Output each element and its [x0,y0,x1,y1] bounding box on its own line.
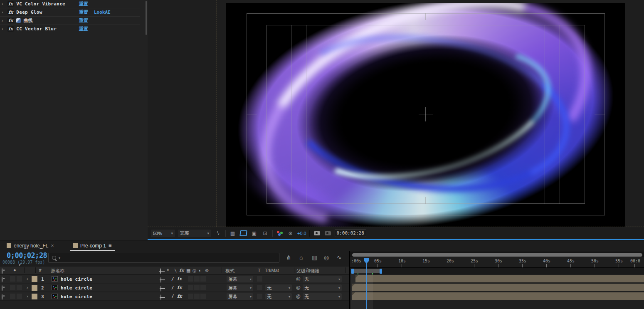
video-eye-icon[interactable] [2,277,2,282]
audio-toggle[interactable] [10,276,15,282]
fast-previews-button[interactable]: ϟ [214,230,222,237]
3d-layer-icon[interactable]: ⊗ [205,268,209,273]
layer-number-column[interactable]: # [39,268,42,273]
preserve-transparency-checkbox[interactable] [257,285,262,290]
chevron-right-icon[interactable]: › [2,18,5,23]
layer-duration-bar-2[interactable] [352,284,644,291]
panel-menu-icon[interactable]: ≡ [109,242,112,249]
fx-toggle[interactable]: fx [177,276,182,282]
layer-name[interactable]: hole circle [61,294,92,299]
reset-link[interactable]: 重置 [79,26,88,32]
layer-name[interactable]: hole circle [61,277,92,282]
mode-column[interactable]: 模式 [225,268,234,274]
layer-color-label[interactable] [32,285,37,291]
video-eye-icon[interactable] [2,294,2,299]
blend-mode-dropdown[interactable]: 屏幕 ▾ [227,284,253,291]
t-column[interactable]: T [258,268,261,273]
magnification-dropdown[interactable]: 50% ▾ [151,230,175,237]
guide-line-vertical-left[interactable] [217,0,217,227]
region-of-interest-button[interactable] [239,230,247,237]
search-field[interactable]: ▾ [48,253,279,263]
pickwhip-icon[interactable]: @ [296,276,301,281]
guide-line-horizontal[interactable] [148,227,644,227]
chevron-right-icon[interactable]: › [2,27,5,31]
effect-row-deep-glow[interactable]: › fx Deep Glow 重置 LookAE [0,8,140,17]
trkmat-dropdown[interactable]: 无 ▾ [265,284,292,291]
take-snapshot-button[interactable] [313,230,321,237]
switch-box[interactable] [188,276,193,282]
layer-color-label[interactable] [32,294,37,299]
switch-box[interactable] [200,276,206,282]
reset-link[interactable]: 重置 [79,17,88,24]
lock-toggle[interactable] [17,276,22,282]
grid-guide-options-button[interactable]: ⊡ [261,230,269,237]
preserve-transparency-checkbox[interactable] [257,294,262,299]
trkmat-dropdown[interactable]: 无 ▾ [265,293,292,300]
source-name-column[interactable]: 源名称 [51,268,64,274]
collapse-transformations-icon[interactable]: * [167,267,169,274]
reset-exposure-button[interactable]: ⊛ [286,230,294,237]
audio-toggle[interactable] [10,285,15,290]
time-navigator-thumb[interactable] [352,253,642,257]
layer-duration-bar-1[interactable] [355,275,644,282]
motion-blur-button[interactable]: ◎ [324,254,329,261]
time-navigator-track[interactable] [350,252,644,257]
shy-icon[interactable] [160,269,161,274]
parent-link-column[interactable]: 父级和链接 [296,268,319,274]
effects-panel-scrollbar[interactable] [146,1,147,35]
work-area-end-handle[interactable] [380,269,382,274]
viewer-timecode[interactable]: 0;00;02;28 [335,229,366,237]
frame-blend-icon[interactable]: ▦ [186,268,190,273]
time-ruler[interactable]: :00s 05s 10s 15s 20s 25s 30s 35s 40s 45s… [350,257,644,268]
chevron-right-icon[interactable]: › [2,2,5,6]
graph-editor-button[interactable]: ∿ [337,254,342,261]
channel-show-button[interactable] [276,230,284,237]
close-icon[interactable]: × [51,243,54,249]
parent-dropdown[interactable]: 无 ▾ [303,284,342,291]
fx-toggle[interactable]: fx [177,285,182,290]
shy-toggle[interactable] [160,277,161,282]
pickwhip-icon[interactable]: @ [296,294,301,299]
parent-dropdown[interactable]: 无 ▾ [303,276,342,282]
solo-icon[interactable]: ● [13,267,16,272]
video-eye-icon[interactable] [2,269,2,274]
quality-toggle[interactable]: / [171,276,174,282]
frame-blending-button[interactable]: ▥ [312,254,317,261]
switch-box[interactable] [194,294,200,299]
switch-box[interactable] [200,294,206,299]
video-eye-icon[interactable] [2,286,2,291]
exposure-value[interactable]: +0.0 [297,231,306,236]
layer-duration-bar-3[interactable] [352,292,644,300]
motion-blur-icon[interactable]: ◎ [192,268,197,273]
effects-fx-icon[interactable]: fx [179,268,184,273]
layer-row-2[interactable]: › 2 hole circle / fx 屏幕 ▾ 无 ▾ [0,284,349,292]
quality-toggle[interactable]: / [171,285,174,290]
current-timecode[interactable]: 0;00;02;28 [7,251,47,260]
switch-box[interactable] [194,276,200,282]
lock-toggle[interactable] [17,294,22,299]
blend-mode-dropdown[interactable]: 屏幕 ▾ [227,276,253,282]
switch-box[interactable] [194,285,200,290]
expand-chevron-icon[interactable]: › [27,294,28,299]
show-snapshot-button[interactable] [324,230,332,237]
chevron-right-icon[interactable]: › [2,10,5,15]
mask-visibility-button[interactable]: ▣ [250,230,258,237]
expand-chevron-icon[interactable]: › [27,276,28,281]
preserve-transparency-checkbox[interactable] [257,276,262,282]
switch-box[interactable] [188,294,193,299]
effect-row-vc-color-vibrance[interactable]: › fx VC Color Vibrance 重置 [0,0,140,8]
effect-row-cc-vector-blur[interactable]: › fx CC Vector Blur 重置 [0,25,140,33]
audio-toggle[interactable] [10,294,15,299]
expand-chevron-icon[interactable]: › [27,285,28,290]
quality-icon[interactable]: \ [174,268,177,273]
lookae-link[interactable]: LookAE [94,10,111,15]
layer-row-1[interactable]: › 1 hole circle / fx 屏幕 ▾ @ 无 [0,275,349,283]
switch-box[interactable] [188,285,193,290]
layer-name[interactable]: hole circle [61,285,92,291]
tab-pre-comp-1[interactable]: Pre-comp 1 ≡ [70,241,115,251]
composition-view[interactable] [226,3,625,227]
trkmat-column[interactable]: TrkMat [265,268,279,273]
composition-flowchart-button[interactable]: ⋔ [286,254,291,261]
blend-mode-dropdown[interactable]: 屏幕 ▾ [227,293,253,300]
adjustment-layer-icon[interactable]: ◐ [199,268,202,273]
